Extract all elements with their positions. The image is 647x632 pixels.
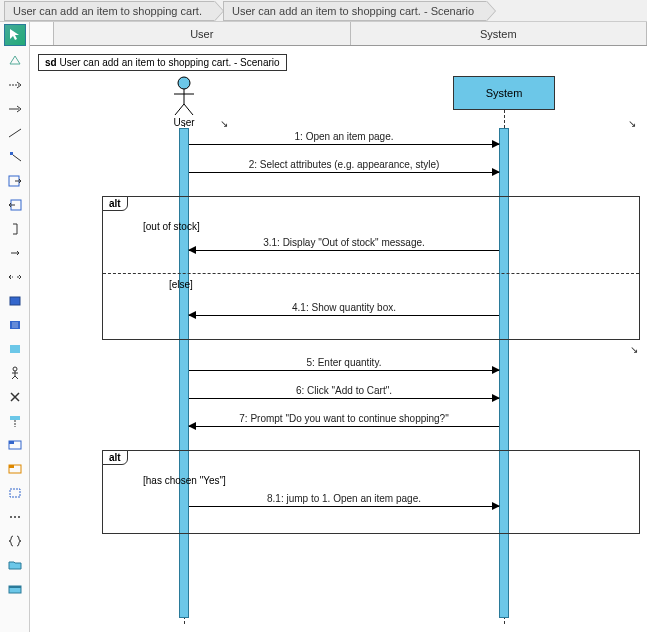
triangle-up-icon[interactable] (5, 52, 25, 70)
message-1[interactable]: 1: Open an item page. (189, 144, 499, 158)
svg-line-21 (175, 104, 184, 115)
sd-prefix: sd (45, 57, 57, 68)
message-label: 3.1: Display "Out of stock" message. (189, 237, 499, 248)
arrow-left-icon (188, 246, 196, 254)
alt-guard-2: [else] (169, 279, 193, 290)
arrow-right-icon (492, 502, 500, 510)
toolbox (0, 22, 30, 632)
message-line (189, 370, 499, 371)
resize-handle-icon[interactable]: ↘ (628, 118, 636, 129)
message-2[interactable]: 2: Select attributes (e.g. appearance, s… (189, 172, 499, 186)
swimlane-header: User System (30, 22, 647, 46)
svg-point-15 (18, 516, 20, 518)
sd-title: User can add an item to shopping cart. -… (59, 57, 279, 68)
arrow-icon[interactable] (5, 100, 25, 118)
message-8-1[interactable]: 8.1: jump to 1. Open an item page. (189, 506, 499, 520)
message-3-1[interactable]: 3.1: Display "Out of stock" message. (189, 250, 499, 264)
actor-icon[interactable] (5, 364, 25, 382)
svg-point-6 (13, 367, 17, 371)
lifeline-icon[interactable] (5, 412, 25, 430)
svg-line-22 (184, 104, 193, 115)
message-line (189, 250, 499, 251)
message-label: 5: Enter quantity. (189, 357, 499, 368)
box-dashed-icon[interactable] (5, 484, 25, 502)
svg-point-18 (178, 77, 190, 89)
braces-icon[interactable] (5, 532, 25, 550)
line-icon[interactable] (5, 124, 25, 142)
header-user[interactable]: User (54, 22, 351, 45)
alt-divider (103, 273, 639, 274)
resize-handle-icon[interactable]: ↘ (220, 118, 228, 129)
message-line (189, 315, 499, 316)
svg-rect-11 (9, 465, 14, 468)
message-label: 6: Click "Add to Cart". (189, 385, 499, 396)
dots-icon[interactable] (5, 508, 25, 526)
alt-label: alt (102, 196, 128, 211)
anchor-icon[interactable] (5, 148, 25, 166)
actor-user[interactable]: User (172, 76, 196, 128)
arrow-right-icon (492, 140, 500, 148)
header-label: User (190, 28, 213, 40)
diagram-canvas[interactable]: sd User can add an item to shopping cart… (30, 46, 647, 630)
message-line (189, 398, 499, 399)
message-label: 8.1: jump to 1. Open an item page. (189, 493, 499, 504)
card-icon[interactable] (5, 580, 25, 598)
svg-rect-17 (9, 586, 21, 588)
system-label: System (486, 87, 523, 99)
svg-rect-5 (10, 345, 20, 353)
arrow-left-icon (188, 422, 196, 430)
box-tool-icon[interactable] (5, 292, 25, 310)
cursor-tool-icon[interactable] (4, 24, 26, 46)
svg-rect-12 (10, 489, 20, 497)
message-7[interactable]: 7: Prompt "Do you want to continue shopp… (189, 426, 499, 440)
canvas-area: User System sd User can add an item to s… (30, 22, 647, 632)
arrow-right-icon (492, 168, 500, 176)
cross-icon[interactable] (5, 388, 25, 406)
box-lines-icon[interactable] (5, 316, 25, 334)
combined-fragment-icon[interactable] (5, 436, 25, 454)
interaction-use-icon[interactable] (5, 460, 25, 478)
message-label: 2: Select attributes (e.g. appearance, s… (189, 159, 499, 170)
folder-icon[interactable] (5, 556, 25, 574)
arrow-right-icon (492, 394, 500, 402)
actor-stickman-icon (172, 76, 196, 116)
breadcrumb-item-1[interactable]: User can add an item to shopping cart. (4, 1, 215, 21)
message-line (189, 426, 499, 427)
alt-guard-1: [out of stock] (143, 221, 200, 232)
message-label: 4.1: Show quantity box. (189, 302, 499, 313)
header-corner (30, 22, 54, 45)
frame-right-icon[interactable] (5, 172, 25, 190)
svg-rect-9 (9, 441, 14, 444)
svg-rect-7 (10, 416, 20, 420)
breadcrumb-label: User can add an item to shopping cart. -… (232, 5, 474, 17)
frame-left-icon[interactable] (5, 196, 25, 214)
dashed-arrow-icon[interactable] (5, 76, 25, 94)
double-arrow-icon[interactable] (5, 268, 25, 286)
arrow-right-icon (492, 366, 500, 374)
alt-frame-2[interactable]: alt [has chosen "Yes"] (102, 450, 640, 534)
small-arrow-icon[interactable] (5, 244, 25, 262)
message-line (189, 144, 499, 145)
sd-frame-label[interactable]: sd User can add an item to shopping cart… (38, 54, 287, 71)
svg-point-14 (14, 516, 16, 518)
svg-rect-0 (10, 152, 13, 155)
message-4-1[interactable]: 4.1: Show quantity box. (189, 315, 499, 329)
message-line (189, 172, 499, 173)
breadcrumb-item-2[interactable]: User can add an item to shopping cart. -… (223, 1, 487, 21)
system-lifeline-box[interactable]: System (453, 76, 555, 110)
breadcrumb-bar: User can add an item to shopping cart. U… (0, 0, 647, 22)
header-system[interactable]: System (351, 22, 648, 45)
message-label: 1: Open an item page. (189, 131, 499, 142)
message-5[interactable]: 5: Enter quantity. (189, 370, 499, 384)
arrow-left-icon (188, 311, 196, 319)
svg-point-13 (10, 516, 12, 518)
message-line (189, 506, 499, 507)
main-area: User System sd User can add an item to s… (0, 22, 647, 632)
message-6[interactable]: 6: Click "Add to Cart". (189, 398, 499, 412)
header-label: System (480, 28, 517, 40)
bracket-right-icon[interactable] (5, 220, 25, 238)
resize-handle-icon[interactable]: ↘ (630, 344, 638, 355)
box-plain-icon[interactable] (5, 340, 25, 358)
breadcrumb-label: User can add an item to shopping cart. (13, 5, 202, 17)
message-label: 7: Prompt "Do you want to continue shopp… (189, 413, 499, 424)
